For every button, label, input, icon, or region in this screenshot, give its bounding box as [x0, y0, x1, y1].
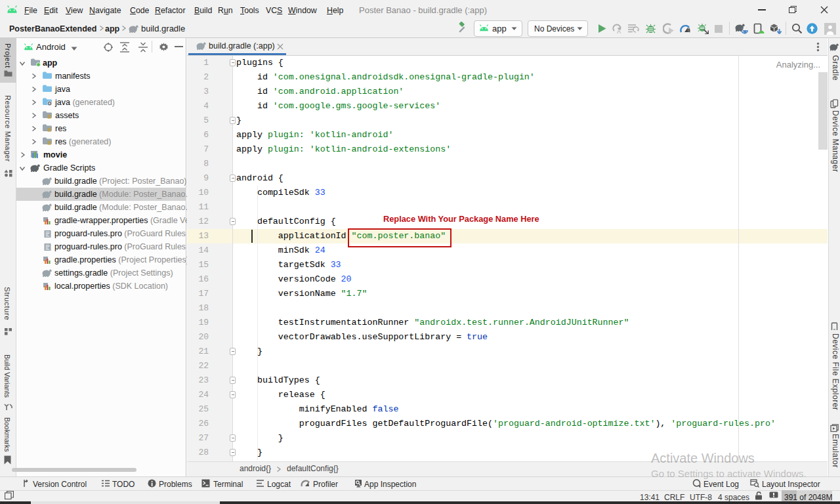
svg-text:A: A: [617, 28, 621, 34]
